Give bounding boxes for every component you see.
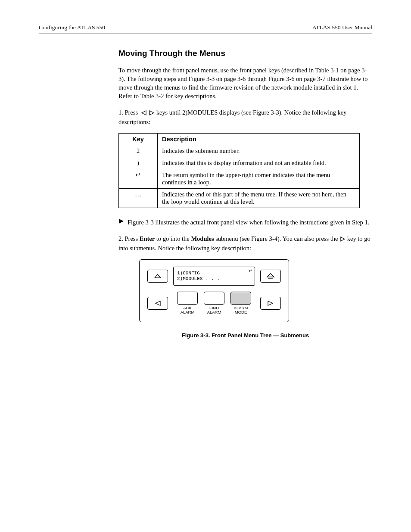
softkey-3[interactable] <box>230 292 251 305</box>
svg-marker-4 <box>155 274 161 278</box>
lcd-line1: 1)CONFIG <box>177 271 251 276</box>
table-header-key: Key <box>119 134 158 145</box>
intro-paragraph: To move through the front panel menus, u… <box>118 66 372 100</box>
table-row: ) Indicates that this is display informa… <box>119 157 360 169</box>
step2-lead: 2. Press <box>118 235 140 242</box>
step1-lead: 1. Press <box>118 109 138 116</box>
softkey-2[interactable] <box>204 292 224 305</box>
lcd-display: ↵ 1)CONFIG 2)MODULES . . . <box>173 267 255 286</box>
svg-marker-8 <box>268 301 273 305</box>
cell-desc: Indicates the submenu number. <box>158 145 360 157</box>
home-button[interactable] <box>260 270 281 283</box>
header-left: Configuring the ATLAS 550 <box>39 24 105 31</box>
table-row: 2 Indicates the submenu number. <box>119 145 360 157</box>
step-2: 2. Press Enter to go into the Modules su… <box>118 234 372 252</box>
left-arrow-icon <box>141 109 147 118</box>
svg-marker-0 <box>142 111 146 115</box>
svg-marker-3 <box>340 237 345 241</box>
softkey-3-label: ALARMMODE <box>230 306 251 315</box>
table-row: … Indicates the end of this part of the … <box>119 189 360 208</box>
up-arrow-button[interactable] <box>147 270 168 283</box>
header-rule <box>39 34 372 34</box>
step2-b: submenu (see Figure 3-4). You can also p… <box>214 235 340 242</box>
page-title: Moving Through the Menus <box>118 49 372 58</box>
softkey-2-label: FINDALARM <box>204 306 224 315</box>
play-bullet-icon <box>118 218 124 226</box>
tip-text: Figure 3-3 illustrates the actual front … <box>128 219 369 226</box>
cell-key: ↵ <box>119 169 158 189</box>
table-header-desc: Description <box>158 134 360 145</box>
cell-desc: Indicates that this is display informati… <box>158 157 360 169</box>
step2-modules: Modules <box>191 235 214 242</box>
right-arrow-button[interactable] <box>260 297 281 310</box>
cell-key: … <box>119 189 158 208</box>
svg-marker-2 <box>119 219 124 224</box>
cell-desc: The return symbol in the upper-right cor… <box>158 169 360 189</box>
softkey-1[interactable] <box>177 292 198 305</box>
lcd-line2: 2)MODULES . . . <box>177 276 251 282</box>
cell-desc: Indicates the end of this part of the me… <box>158 189 360 208</box>
svg-marker-1 <box>149 111 154 115</box>
cell-key: 2 <box>119 145 158 157</box>
table-row: ↵ The return symbol in the upper-right c… <box>119 169 360 189</box>
svg-marker-5 <box>267 274 274 277</box>
figure-caption: Figure 3-3. Front Panel Menu Tree — Subm… <box>118 332 372 339</box>
key-description-table: Key Description 2 Indicates the submenu … <box>118 133 360 208</box>
softkey-1-label: ACKALARM <box>177 306 198 315</box>
step-1: 1. Press keys until 2)MODULES displays (… <box>118 108 372 126</box>
cell-key: ) <box>119 157 158 169</box>
return-icon: ↵ <box>249 268 252 273</box>
step2-enter: Enter <box>140 235 155 242</box>
front-panel-diagram: ↵ 1)CONFIG 2)MODULES . . . <box>139 259 289 322</box>
tip-paragraph: Figure 3-3 illustrates the actual front … <box>118 218 372 227</box>
left-arrow-button[interactable] <box>147 297 168 310</box>
svg-marker-7 <box>156 301 160 305</box>
step2-a: to go into the <box>155 235 191 242</box>
header-right: ATLAS 550 User Manual <box>312 24 372 31</box>
right-arrow-icon <box>339 235 346 244</box>
right-arrow-icon <box>149 109 155 118</box>
